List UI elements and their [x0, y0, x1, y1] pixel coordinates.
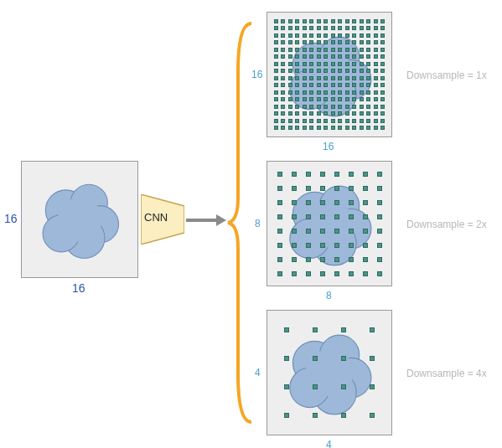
grid-dot: [380, 48, 385, 52]
grid-dot: [323, 126, 328, 130]
grid-dot: [345, 97, 349, 101]
grid-dot: [309, 119, 313, 123]
grid-dot: [349, 214, 354, 219]
grid-dot: [295, 90, 299, 95]
grid-dot: [317, 62, 321, 66]
grid-dot: [374, 76, 378, 80]
grid-dot: [366, 90, 370, 95]
grid-dot: [306, 257, 311, 262]
grid-dot: [363, 257, 368, 262]
grid-dot: [380, 33, 385, 38]
svg-marker-8: [216, 214, 226, 226]
grid-dot: [363, 200, 368, 205]
grid-dot: [360, 54, 364, 59]
grid-dot: [295, 40, 299, 44]
grid-dot: [309, 90, 313, 95]
grid-dot: [309, 19, 313, 23]
grid-dot: [377, 214, 382, 219]
grid-dot: [345, 26, 349, 30]
grid-dot: [338, 33, 342, 38]
grid-dot: [306, 172, 311, 177]
grid-dot: [352, 83, 356, 87]
grid-dot: [366, 97, 370, 101]
grid-dot: [352, 111, 356, 116]
grid-dot: [309, 126, 313, 130]
grid-dot: [288, 62, 292, 66]
grid-dot: [288, 33, 292, 38]
output-image-2x: [267, 161, 392, 286]
grid-dot: [274, 33, 278, 38]
grid-dot: [338, 83, 342, 87]
grid-dot: [338, 90, 342, 95]
grid-dot: [366, 40, 370, 44]
cloud-icon: [34, 173, 126, 265]
grid-dot: [274, 111, 278, 116]
grid-dot: [352, 126, 356, 130]
grid-dot: [281, 54, 285, 59]
grid-dot: [345, 126, 349, 130]
grid-dot: [349, 243, 354, 248]
grid-dot: [317, 33, 321, 38]
grid-dot: [317, 97, 321, 101]
output1-width-label: 16: [323, 141, 334, 152]
grid-dot: [323, 83, 328, 87]
grid-dot: [317, 119, 321, 123]
grid-dot: [352, 69, 356, 73]
grid-dot: [360, 126, 364, 130]
grid-dot: [363, 243, 368, 248]
grid-dot: [366, 26, 370, 30]
grid-dot: [303, 54, 307, 59]
grid-dot: [281, 111, 285, 116]
grid-dot: [288, 119, 292, 123]
grid-dot: [295, 119, 299, 123]
grid-dot: [295, 126, 299, 130]
grid-dot: [281, 48, 285, 52]
grid-dot: [309, 111, 313, 116]
grid-dot: [288, 90, 292, 95]
grid-dot: [288, 26, 292, 30]
grid-dot: [334, 257, 339, 262]
grid-dot: [366, 19, 370, 23]
grid-dot: [303, 90, 307, 95]
grid-dot: [274, 48, 278, 52]
grid-dot: [277, 214, 282, 219]
grid-dot: [345, 48, 349, 52]
grid-dot: [292, 200, 297, 205]
grid-dot: [320, 172, 325, 177]
grid-dot: [370, 356, 375, 361]
grid-dot: [338, 76, 342, 80]
grid-dot: [274, 83, 278, 87]
grid-dot: [363, 214, 368, 219]
grid-dot: [295, 62, 299, 66]
grid-dot: [274, 126, 278, 130]
grid-dot: [349, 257, 354, 262]
feature-grid-4: [272, 316, 386, 430]
grid-dot: [274, 97, 278, 101]
grid-dot: [323, 76, 328, 80]
grid-dot: [284, 384, 289, 389]
grid-dot: [281, 126, 285, 130]
grid-dot: [345, 69, 349, 73]
grid-dot: [309, 33, 313, 38]
grid-dot: [377, 257, 382, 262]
grid-dot: [352, 54, 356, 59]
grid-dot: [380, 26, 385, 30]
grid-dot: [334, 200, 339, 205]
grid-dot: [360, 19, 364, 23]
grid-dot: [380, 54, 385, 59]
grid-dot: [288, 19, 292, 23]
grid-dot: [284, 327, 289, 332]
grid-dot: [349, 186, 354, 191]
grid-dot: [363, 186, 368, 191]
grid-dot: [274, 54, 278, 59]
grid-dot: [317, 48, 321, 52]
grid-dot: [281, 40, 285, 44]
grid-dot: [338, 111, 342, 116]
grid-dot: [317, 40, 321, 44]
grid-dot: [366, 119, 370, 123]
grid-dot: [349, 229, 354, 234]
grid-dot: [317, 105, 321, 109]
feature-grid-16: [272, 18, 386, 131]
grid-dot: [303, 119, 307, 123]
grid-dot: [360, 40, 364, 44]
